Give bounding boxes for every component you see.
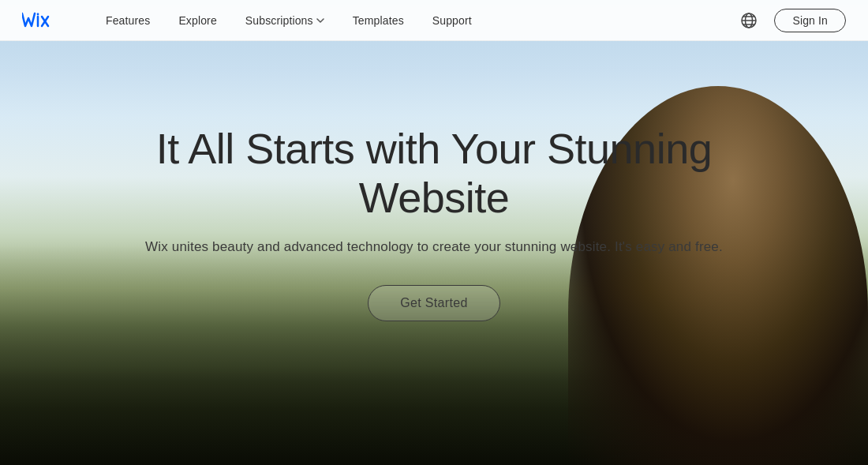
navbar: Features Explore Subscriptions Templates…	[0, 0, 868, 41]
globe-icon[interactable]	[738, 9, 760, 32]
hero-section: It All Starts with Your Stunning Website…	[0, 41, 868, 321]
nav-explore[interactable]: Explore	[164, 0, 230, 41]
svg-point-1	[37, 13, 39, 15]
nav-links: Features Explore Subscriptions Templates…	[92, 0, 738, 41]
logo[interactable]	[22, 10, 63, 31]
hero-title: It All Starts with Your Stunning Website	[118, 124, 750, 222]
nav-support[interactable]: Support	[418, 0, 486, 41]
nav-subscriptions[interactable]: Subscriptions	[231, 0, 339, 41]
nav-features[interactable]: Features	[92, 0, 164, 41]
wix-logo-svg	[22, 10, 63, 31]
get-started-button[interactable]: Get Started	[368, 285, 499, 321]
nav-templates[interactable]: Templates	[339, 0, 418, 41]
hero-subtitle: Wix unites beauty and advanced technolog…	[145, 239, 723, 255]
subscriptions-chevron-icon	[316, 18, 324, 23]
sign-in-button[interactable]: Sign In	[774, 9, 846, 32]
nav-right: Sign In	[738, 9, 846, 32]
